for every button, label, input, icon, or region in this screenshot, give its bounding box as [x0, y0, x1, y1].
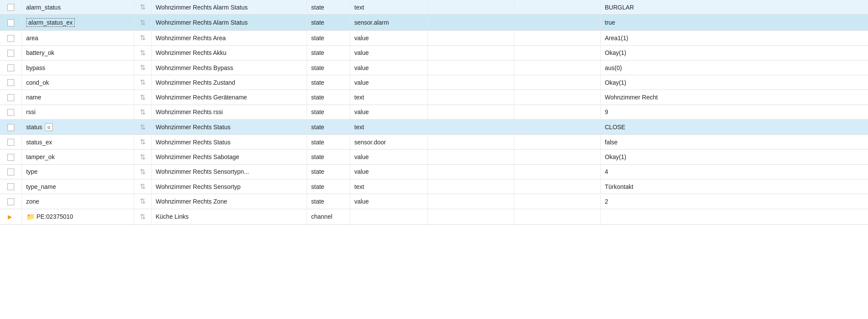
row-type: state	[307, 60, 350, 75]
row-name-cell: bypass	[22, 60, 134, 75]
row-description: Wohnzimmer Rechts Zustand	[151, 75, 307, 90]
row-extra1	[428, 45, 514, 60]
main-table-container: alarm_status⇅Wohnzimmer Rechts Alarm Sta…	[0, 0, 868, 319]
row-extra1	[428, 31, 514, 45]
row-checkbox[interactable]	[7, 139, 14, 146]
table-row[interactable]: cond_ok⇅Wohnzimmer Rechts Zustandstateva…	[0, 75, 868, 90]
sort-icon-cell[interactable]: ⇅	[134, 0, 151, 15]
row-extra2	[514, 194, 600, 209]
row-extra1	[428, 164, 514, 179]
sort-icon-cell[interactable]: ⇅	[134, 105, 151, 119]
row-name-label: alarm_status	[26, 4, 61, 11]
row-checkbox[interactable]	[7, 109, 14, 116]
table-row[interactable]: type_name⇅Wohnzimmer Rechts Sensortypsta…	[0, 179, 868, 194]
table-row[interactable]: name⇅Wohnzimmer Rechts Gerätenamestatete…	[0, 90, 868, 105]
sort-icon-cell[interactable]: ⇅	[134, 75, 151, 90]
row-checkbox[interactable]	[7, 154, 14, 161]
row-checkbox[interactable]	[7, 79, 14, 86]
sort-icon-cell[interactable]: ⇅	[134, 164, 151, 179]
row-name-cell: status⧉	[22, 120, 134, 135]
table-row[interactable]: alarm_status⇅Wohnzimmer Rechts Alarm Sta…	[0, 0, 868, 15]
sort-icon-cell[interactable]: ⇅	[134, 179, 151, 194]
table-row[interactable]: ▶📁PE:02375010⇅Küche Linkschannel	[0, 209, 868, 224]
row-checkbox[interactable]	[7, 64, 14, 71]
row-name-cell: rssi	[22, 105, 134, 119]
row-value-type: value	[350, 31, 428, 45]
row-value: Okay(1)	[600, 75, 868, 90]
sort-icon: ⇅	[138, 93, 147, 102]
row-type: state	[307, 179, 350, 194]
table-row[interactable]: type⇅Wohnzimmer Rechts Sensortypn...stat…	[0, 164, 868, 179]
row-name-label: status	[26, 124, 42, 131]
row-description: Wohnzimmer Rechts Alarm Status	[151, 0, 307, 15]
sort-icon: ⇅	[138, 78, 147, 86]
row-extra1	[428, 75, 514, 90]
row-value: Area1(1)	[600, 31, 868, 45]
row-checkbox[interactable]	[7, 19, 14, 26]
row-value: true	[600, 15, 868, 31]
row-description: Wohnzimmer Rechts Sensortypn...	[151, 164, 307, 179]
row-extra1	[428, 150, 514, 164]
table-row[interactable]: tamper_ok⇅Wohnzimmer Rechts Sabotagestat…	[0, 150, 868, 164]
row-name-cell: battery_ok	[22, 45, 134, 60]
sort-icon-cell[interactable]: ⇅	[134, 45, 151, 60]
table-row[interactable]: area⇅Wohnzimmer Rechts AreastatevalueAre…	[0, 31, 868, 45]
table-row[interactable]: alarm_status_ex⇅Wohnzimmer Rechts Alarm …	[0, 15, 868, 31]
row-value-type	[350, 209, 428, 224]
row-extra2	[514, 60, 600, 75]
sort-icon: ⇅	[138, 213, 147, 221]
row-checkbox[interactable]	[7, 169, 14, 175]
row-value: false	[600, 135, 868, 150]
row-description: Wohnzimmer Rechts Zone	[151, 194, 307, 209]
row-type: state	[307, 194, 350, 209]
row-checkbox[interactable]	[7, 50, 14, 57]
row-type: state	[307, 90, 350, 105]
row-name-cell: 📁PE:02375010	[22, 209, 134, 224]
row-name-cell: zone	[22, 194, 134, 209]
row-value-type: text	[350, 179, 428, 194]
row-checkbox-cell	[0, 45, 22, 60]
row-extra2	[514, 105, 600, 119]
sort-icon-cell[interactable]: ⇅	[134, 209, 151, 224]
row-extra1	[428, 60, 514, 75]
row-checkbox[interactable]	[7, 124, 14, 131]
sort-icon-cell[interactable]: ⇅	[134, 15, 151, 31]
table-row[interactable]: zone⇅Wohnzimmer Rechts Zonestatevalue2	[0, 194, 868, 209]
row-checkbox[interactable]	[7, 35, 14, 42]
table-row[interactable]: status_ex⇅Wohnzimmer Rechts Statusstates…	[0, 135, 868, 150]
row-value-type: text	[350, 120, 428, 135]
sort-icon-cell[interactable]: ⇅	[134, 120, 151, 135]
sort-icon-cell[interactable]: ⇅	[134, 194, 151, 209]
sort-icon-cell[interactable]: ⇅	[134, 31, 151, 45]
sort-icon-cell[interactable]: ⇅	[134, 90, 151, 105]
row-value: 2	[600, 194, 868, 209]
row-checkbox[interactable]	[7, 198, 14, 205]
table-row[interactable]: bypass⇅Wohnzimmer Rechts Bypassstatevalu…	[0, 60, 868, 75]
row-name-label: zone	[26, 198, 39, 205]
sort-icon-cell[interactable]: ⇅	[134, 150, 151, 164]
sort-icon: ⇅	[138, 168, 147, 176]
sort-icon: ⇅	[138, 3, 147, 11]
row-value-type: text	[350, 90, 428, 105]
row-extra2	[514, 120, 600, 135]
copy-icon[interactable]: ⧉	[45, 123, 53, 131]
sort-icon: ⇅	[138, 64, 147, 72]
row-type: state	[307, 150, 350, 164]
row-checkbox[interactable]	[7, 4, 14, 11]
sort-icon-cell[interactable]: ⇅	[134, 135, 151, 150]
table-row[interactable]: rssi⇅Wohnzimmer Rechts rssistatevalue9	[0, 105, 868, 119]
row-type: state	[307, 120, 350, 135]
row-name-cell: cond_ok	[22, 75, 134, 90]
row-name-label: area	[26, 35, 38, 41]
row-checkbox[interactable]	[7, 94, 14, 101]
row-extra2	[514, 90, 600, 105]
row-checkbox-cell: ▶	[0, 209, 22, 224]
row-checkbox[interactable]	[7, 183, 14, 190]
expand-arrow-icon[interactable]: ▶	[8, 214, 12, 220]
table-row[interactable]: battery_ok⇅Wohnzimmer Rechts Akkustateva…	[0, 45, 868, 60]
sort-icon: ⇅	[138, 49, 147, 57]
sort-icon-cell[interactable]: ⇅	[134, 60, 151, 75]
row-extra2	[514, 179, 600, 194]
table-row[interactable]: status⧉⇅Wohnzimmer Rechts Statusstatetex…	[0, 120, 868, 135]
row-extra2	[514, 150, 600, 164]
